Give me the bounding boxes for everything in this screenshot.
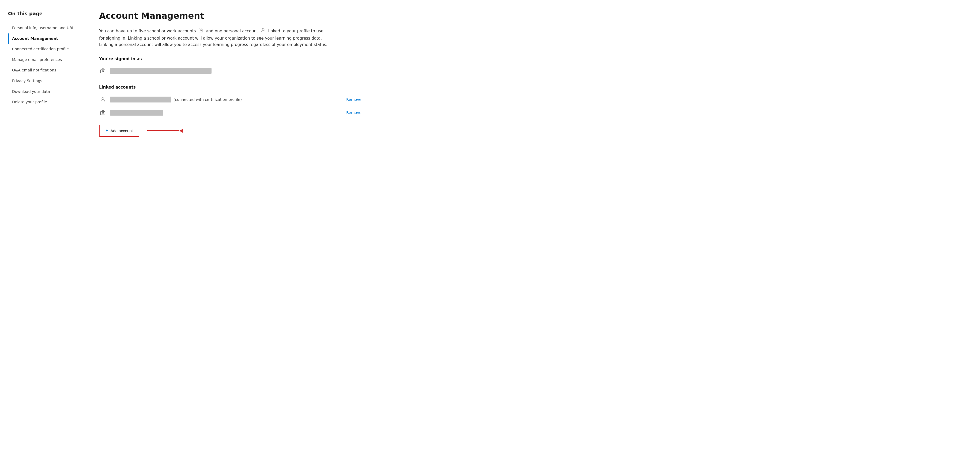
description-text-2: and one personal account xyxy=(206,29,258,33)
main-content: Account Management You can have up to fi… xyxy=(83,0,377,453)
cert-profile-text: (connected with certification profile) xyxy=(173,97,242,102)
linked-personal-email-bar xyxy=(110,97,171,103)
add-account-wrapper: + Add account xyxy=(99,125,361,137)
arrow-head xyxy=(180,129,183,133)
work-account-icon xyxy=(198,27,204,35)
sidebar-item-email-prefs[interactable]: Manage email preferences xyxy=(8,55,83,65)
plus-icon: + xyxy=(105,128,108,133)
add-account-button[interactable]: + Add account xyxy=(99,125,139,137)
signed-in-section: You're signed in as xyxy=(99,57,361,77)
signed-in-account-row xyxy=(99,65,361,77)
svg-rect-7 xyxy=(101,111,105,115)
sidebar-nav: Personal info, username and URL Account … xyxy=(8,23,83,108)
signed-in-email-bar xyxy=(110,68,212,74)
sidebar-title: On this page xyxy=(8,11,83,16)
svg-point-3 xyxy=(262,29,264,30)
arrow-indicator xyxy=(147,129,183,133)
sidebar-item-qa-email[interactable]: Q&A email notifications xyxy=(8,65,83,76)
sidebar-item-download-data[interactable]: Download your data xyxy=(8,86,83,97)
add-account-label: Add account xyxy=(111,128,133,133)
sidebar: On this page Personal info, username and… xyxy=(0,0,83,453)
signed-in-work-icon xyxy=(99,67,107,74)
linked-accounts-label: Linked accounts xyxy=(99,85,361,90)
svg-rect-5 xyxy=(102,71,103,72)
linked-accounts-section: Linked accounts (connected with certific… xyxy=(99,85,361,119)
linked-person-icon xyxy=(99,96,107,103)
remove-personal-account-link[interactable]: Remove xyxy=(346,97,361,102)
remove-work-account-link[interactable]: Remove xyxy=(346,111,361,115)
description: You can have up to five school or work a… xyxy=(99,27,329,48)
svg-rect-4 xyxy=(101,70,105,73)
personal-account-icon xyxy=(260,27,266,35)
svg-rect-8 xyxy=(102,112,103,114)
sidebar-item-delete-profile[interactable]: Delete your profile xyxy=(8,97,83,108)
svg-point-6 xyxy=(102,98,103,100)
sidebar-item-privacy[interactable]: Privacy Settings xyxy=(8,76,83,86)
linked-work-email-bar xyxy=(110,110,163,116)
description-text-1: You can have up to five school or work a… xyxy=(99,29,196,33)
linked-work-account-info xyxy=(110,110,343,116)
sidebar-item-connected-cert[interactable]: Connected certification profile xyxy=(8,44,83,55)
linked-account-row-work: Remove xyxy=(99,106,361,119)
sidebar-item-account-management[interactable]: Account Management xyxy=(8,33,83,44)
signed-in-label: You're signed in as xyxy=(99,57,361,61)
linked-personal-account-info: (connected with certification profile) xyxy=(110,97,343,103)
sidebar-item-personal-info[interactable]: Personal info, username and URL xyxy=(8,23,83,33)
arrow-line xyxy=(147,130,180,131)
page-title: Account Management xyxy=(99,11,361,21)
linked-accounts-list: (connected with certification profile) R… xyxy=(99,93,361,119)
linked-account-row-personal: (connected with certification profile) R… xyxy=(99,93,361,106)
linked-work-icon xyxy=(99,109,107,116)
